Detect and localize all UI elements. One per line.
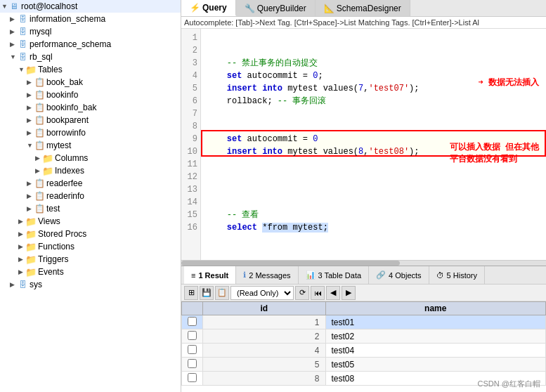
next-button[interactable]: ▶ bbox=[342, 286, 356, 300]
sidebar-item-bookinfo[interactable]: ▶ 📋 bookinfo bbox=[0, 89, 181, 101]
sidebar-item-bookinfo-bak[interactable]: ▶ 📋 bookinfo_bak bbox=[0, 101, 181, 114]
code-line-4: set autocommit = 0; bbox=[207, 70, 540, 82]
expand-icon: ▶ bbox=[10, 28, 17, 35]
code-line-9: set autocommit = 0 bbox=[207, 133, 540, 145]
sidebar-item-stored-procs[interactable]: ▶ 📁 Stored Procs bbox=[0, 228, 181, 240]
code-editor[interactable]: 12345 678910 1112131415 16 -- 禁止事务的自动提交 … bbox=[181, 29, 546, 266]
db-icon: 🗄 bbox=[17, 26, 28, 37]
sidebar-item-triggers[interactable]: ▶ 📁 Triggers bbox=[0, 253, 181, 266]
sidebar-item-mytest[interactable]: ▼ 📋 mytest bbox=[0, 139, 181, 152]
export-button[interactable]: 💾 bbox=[200, 286, 214, 300]
tab-query[interactable]: ⚡ Query bbox=[181, 0, 236, 16]
copy-button[interactable]: 📋 bbox=[215, 286, 229, 300]
code-line-2 bbox=[207, 44, 540, 57]
code-area[interactable]: -- 禁止事务的自动提交 set autocommit = 0; insert … bbox=[201, 29, 546, 266]
sidebar-item-events[interactable]: ▶ 📁 Events bbox=[0, 266, 181, 278]
sidebar-item-performance-schema[interactable]: ▶ 🗄 performance_schema bbox=[0, 38, 181, 51]
objects-icon: 🔗 bbox=[376, 270, 386, 280]
bottom-panel: ≡ 1 Result ℹ 2 Messages 📊 3 Table Data 🔗… bbox=[181, 266, 546, 392]
cell-id: 8 bbox=[203, 372, 326, 386]
sidebar-item-indexes[interactable]: ▶ 📁 Indexes bbox=[0, 164, 181, 177]
sidebar-item-label: performance_schema bbox=[30, 39, 111, 49]
readonly-select[interactable]: (Read Only) bbox=[230, 286, 294, 300]
expand-icon: ▶ bbox=[27, 180, 34, 187]
result-tabs: ≡ 1 Result ℹ 2 Messages 📊 3 Table Data 🔗… bbox=[181, 266, 546, 285]
sidebar-item-label: mytest bbox=[46, 141, 71, 150]
line-numbers: 12345 678910 1112131415 16 bbox=[181, 29, 201, 266]
horizontal-scrollbar[interactable] bbox=[181, 260, 546, 266]
sidebar-item-functions[interactable]: ▶ 📁 Functions bbox=[0, 240, 181, 253]
first-button[interactable]: ⏮ bbox=[311, 286, 325, 300]
table-icon: 📋 bbox=[34, 115, 45, 126]
table-row[interactable]: 1test01 bbox=[182, 315, 546, 329]
expand-icon: ▶ bbox=[27, 79, 34, 86]
result-icon: ≡ bbox=[191, 271, 195, 280]
tab-querybuilder[interactable]: 🔧 QueryBuilder bbox=[236, 0, 316, 16]
sidebar-item-views[interactable]: ▶ 📁 Views bbox=[0, 215, 181, 228]
sidebar-item-book-bak[interactable]: ▶ 📋 book_bak bbox=[0, 76, 181, 89]
row-checkbox[interactable] bbox=[188, 359, 197, 368]
db-icon: 🗄 bbox=[17, 279, 28, 290]
expand-icon: ▶ bbox=[18, 268, 25, 275]
sidebar-item-rb-sql[interactable]: ▼ 🗄 rb_sql bbox=[0, 51, 181, 63]
sidebar-item-readerinfo[interactable]: ▶ 📋 readerinfo bbox=[0, 190, 181, 202]
expand-icon: ▶ bbox=[27, 91, 34, 98]
sidebar-item-columns[interactable]: ▶ 📁 Columns bbox=[0, 152, 181, 164]
tab-schemadesigner[interactable]: 📐 SchemaDesigner bbox=[316, 0, 410, 16]
prev-button[interactable]: ◀ bbox=[326, 286, 340, 300]
expand-icon: ▼ bbox=[10, 53, 17, 60]
sidebar-item-borrowinfo[interactable]: ▶ 📋 borrowinfo bbox=[0, 126, 181, 139]
sidebar-item-label: bookparent bbox=[46, 115, 89, 125]
result-toolbar: ⊞ 💾 📋 (Read Only) ⟳ ⏮ ◀ ▶ bbox=[181, 285, 546, 301]
result-tab-5[interactable]: ⏱ 5 History bbox=[429, 266, 485, 284]
result-tab-1[interactable]: ≡ 1 Result bbox=[184, 266, 236, 284]
table-row[interactable]: 2test02 bbox=[182, 329, 546, 344]
sidebar-item-information-schema[interactable]: ▶ 🗄 information_schema bbox=[0, 13, 181, 25]
expand-icon: ▶ bbox=[10, 281, 17, 288]
sidebar-item-sys[interactable]: ▶ 🗄 sys bbox=[0, 278, 181, 291]
sidebar-item-label: sys bbox=[30, 280, 42, 289]
table-icon: 📋 bbox=[34, 77, 45, 88]
code-line-14 bbox=[207, 196, 540, 209]
refresh-button[interactable]: ⟳ bbox=[295, 286, 309, 300]
sidebar-item-label: Columns bbox=[55, 153, 88, 163]
code-line-15: -- 查看 bbox=[207, 209, 540, 221]
result-tab-4[interactable]: 🔗 4 Objects bbox=[369, 266, 429, 284]
expand-icon: ▶ bbox=[27, 104, 34, 111]
sidebar-item-label: bookinfo bbox=[46, 90, 78, 100]
sidebar-item-bookparent[interactable]: ▶ 📋 bookparent bbox=[0, 114, 181, 126]
sidebar-item-label: readerinfo bbox=[46, 191, 84, 201]
expand-icon: ▶ bbox=[35, 167, 42, 174]
table-icon: 📋 bbox=[34, 127, 45, 138]
cell-id: 2 bbox=[203, 329, 326, 344]
row-checkbox[interactable] bbox=[188, 317, 197, 326]
col-name[interactable]: name bbox=[325, 302, 545, 315]
result-tab-3[interactable]: 📊 3 Table Data bbox=[299, 266, 370, 284]
folder-icon: 📁 bbox=[25, 228, 37, 240]
table-icon: 📋 bbox=[34, 203, 45, 214]
history-icon: ⏱ bbox=[436, 271, 444, 280]
table-row[interactable]: 4test04 bbox=[182, 344, 546, 358]
expand-icon: ▶ bbox=[18, 243, 25, 250]
expand-icon: ▶ bbox=[18, 256, 25, 263]
sidebar-item-label: rb_sql bbox=[30, 52, 53, 62]
row-checkbox[interactable] bbox=[188, 373, 197, 382]
row-checkbox[interactable] bbox=[188, 331, 197, 340]
expand-icon: ▼ bbox=[27, 142, 34, 149]
sidebar-item-label: Indexes bbox=[55, 166, 84, 176]
folder-icon: 📁 bbox=[25, 216, 37, 227]
sidebar-item-test[interactable]: ▶ 📋 test bbox=[0, 202, 181, 215]
sidebar-item-label: mysql bbox=[30, 27, 51, 37]
sidebar-item-root[interactable]: ▼ 🖥 root@localhost bbox=[0, 0, 181, 13]
col-checkbox bbox=[182, 302, 203, 315]
sidebar-item-tables[interactable]: ▼ 📁 Tables bbox=[0, 63, 181, 76]
db-icon: 🗄 bbox=[17, 51, 28, 63]
table-row[interactable]: 5test05 bbox=[182, 358, 546, 372]
grid-view-button[interactable]: ⊞ bbox=[184, 286, 198, 300]
col-id[interactable]: id bbox=[203, 302, 326, 315]
sidebar-item-mysql[interactable]: ▶ 🗄 mysql bbox=[0, 25, 181, 38]
result-tab-2[interactable]: ℹ 2 Messages bbox=[236, 266, 298, 284]
sidebar-item-label: Functions bbox=[38, 242, 74, 251]
sidebar-item-readerfee[interactable]: ▶ 📋 readerfee bbox=[0, 177, 181, 190]
row-checkbox[interactable] bbox=[188, 345, 197, 354]
